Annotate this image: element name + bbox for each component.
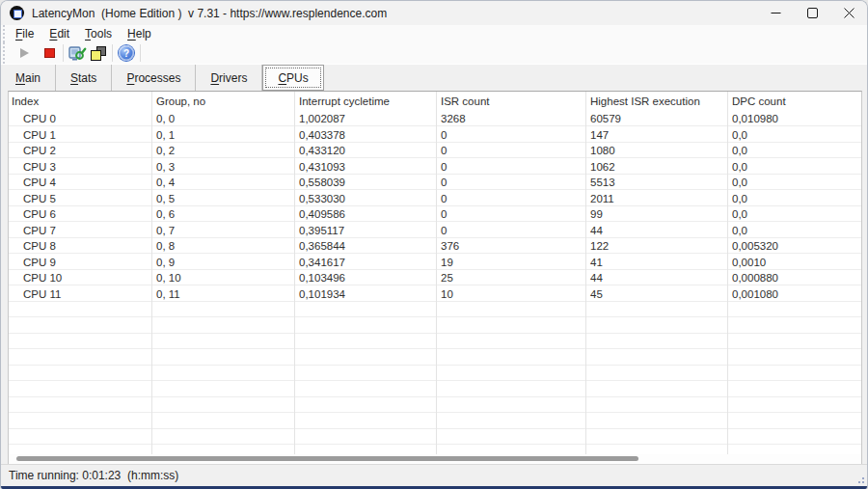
toolbar-separator: [63, 44, 64, 62]
table-cell: 0,409586: [294, 206, 436, 223]
table-cell: 0, 9: [151, 255, 294, 271]
table-row[interactable]: CPU 00, 01,0020873268605790,010980: [9, 111, 861, 127]
table-cell: 0,431093: [294, 159, 436, 176]
toolbar-separator: [112, 44, 113, 62]
table-cell: 0: [436, 223, 585, 239]
table-cell: 0,365844: [294, 238, 436, 255]
table-cell: 0,001080: [727, 286, 863, 303]
table-cell: 0,395117: [294, 223, 436, 239]
table-cell: 0,103496: [294, 270, 436, 286]
table-cell: 1,002087: [294, 111, 436, 127]
close-button[interactable]: [830, 1, 867, 25]
table-cell: CPU 5: [9, 191, 151, 207]
table-row[interactable]: CPU 60, 60,4095860990,0: [9, 206, 861, 223]
table-cell: 0,101934: [294, 286, 436, 303]
tab-drivers[interactable]: Drivers: [196, 65, 262, 91]
table-cell: CPU 1: [9, 127, 151, 144]
column-header[interactable]: DPC count: [727, 92, 863, 111]
menu-items: FileEditToolsHelp: [8, 25, 159, 42]
cpu-table: IndexGroup, noInterrupt cycletimeISR cou…: [8, 91, 862, 465]
column-header[interactable]: Group, no: [151, 92, 294, 111]
table-cell: 0,558039: [294, 175, 436, 191]
start-monitor-button[interactable]: [14, 43, 35, 64]
tab-stats[interactable]: Stats: [56, 65, 112, 91]
column-header[interactable]: Highest ISR execution: [585, 92, 727, 111]
table-row[interactable]: CPU 100, 100,10349625440,000880: [9, 270, 861, 286]
table-body: CPU 00, 01,0020873268605790,010980CPU 10…: [9, 111, 861, 302]
table-cell: 1080: [585, 143, 727, 159]
table-row[interactable]: CPU 20, 20,433120010800,0: [9, 143, 861, 159]
table-row[interactable]: CPU 10, 10,40337801470,0: [9, 127, 861, 144]
table-cell: 19: [436, 255, 585, 271]
table-header: IndexGroup, noInterrupt cycletimeISR cou…: [9, 92, 861, 111]
help-button[interactable]: ?: [116, 43, 137, 64]
toolbar-gripper[interactable]: [3, 42, 8, 64]
scrollbar-thumb[interactable]: [16, 456, 638, 461]
table-cell: CPU 0: [9, 111, 151, 127]
table-cell: 0,0: [727, 191, 863, 207]
table-cell: 0, 4: [151, 175, 294, 191]
table-row[interactable]: CPU 80, 80,3658443761220,005320: [9, 238, 861, 255]
table-cell: 0,0: [727, 127, 863, 144]
table-cell: 147: [585, 127, 727, 144]
table-cell: 0,010980: [727, 111, 863, 127]
table-cell: CPU 6: [9, 206, 151, 223]
stacked-pages-icon: [91, 46, 106, 61]
table-cell: CPU 10: [9, 270, 151, 286]
table-cell: 60579: [585, 111, 727, 127]
menu-item-edit[interactable]: Edit: [41, 25, 77, 42]
table-cell: 0,433120: [294, 143, 436, 159]
maximize-button[interactable]: [794, 1, 830, 25]
resize-grip-icon[interactable]: [855, 475, 865, 484]
table-cell: 0, 6: [151, 206, 294, 223]
tab-main[interactable]: Main: [1, 65, 56, 91]
table-row[interactable]: CPU 40, 40,558039055130,0: [9, 175, 861, 191]
column-header[interactable]: Interrupt cycletime: [294, 92, 436, 111]
table-cell: 99: [585, 206, 727, 223]
status-bar: Time running: 0:01:23 (h:mm:ss): [1, 464, 867, 486]
table-cell: 0: [436, 191, 585, 207]
table-row[interactable]: CPU 90, 90,34161719410,0010: [9, 255, 861, 271]
table-cell: 0,341617: [294, 255, 436, 271]
horizontal-scrollbar[interactable]: [9, 454, 861, 464]
table-cell: 0,533030: [294, 191, 436, 207]
table-cell: 0,0: [727, 206, 863, 223]
table-cell: 10: [436, 286, 585, 303]
tab-cpus[interactable]: CPUs: [262, 65, 323, 91]
table-row[interactable]: CPU 50, 50,533030020110,0: [9, 191, 861, 207]
menu-item-help[interactable]: Help: [120, 25, 159, 42]
table-cell: 0, 2: [151, 143, 294, 159]
table-cell: 0, 7: [151, 223, 294, 239]
latencymon-window: LatencyMon (Home Edition ) v 7.31 - http…: [0, 0, 868, 489]
table-cell: CPU 3: [9, 159, 151, 176]
menu-item-file[interactable]: File: [8, 25, 41, 42]
table-cell: CPU 8: [9, 238, 151, 255]
menu-item-tools[interactable]: Tools: [77, 25, 120, 42]
table-cell: 0,403378: [294, 127, 436, 144]
stop-monitor-button[interactable]: [39, 43, 60, 64]
column-header[interactable]: Index: [9, 92, 151, 111]
table-cell: 0: [436, 127, 585, 144]
table-row[interactable]: CPU 70, 70,3951170440,0: [9, 223, 861, 239]
column-header[interactable]: ISR count: [436, 92, 585, 111]
minimize-button[interactable]: [757, 1, 794, 25]
app-icon: [10, 6, 24, 20]
status-text: Time running: 0:01:23 (h:mm:ss): [9, 469, 178, 482]
table-row[interactable]: CPU 30, 30,431093010620,0: [9, 159, 861, 176]
table-cell: 2011: [585, 191, 727, 207]
analyze-button[interactable]: [67, 43, 88, 64]
table-row[interactable]: CPU 110, 110,10193410450,001080: [9, 286, 861, 303]
table-cell: 0,0: [727, 223, 863, 239]
table-cell: 0: [436, 143, 585, 159]
table-cell: 41: [585, 255, 727, 271]
table-cell: 0, 11: [151, 286, 294, 303]
title-bar: LatencyMon (Home Edition ) v 7.31 - http…: [1, 1, 867, 25]
stop-icon: [44, 48, 55, 58]
tab-processes[interactable]: Processes: [112, 65, 196, 91]
copy-report-button[interactable]: [88, 43, 109, 64]
table-cell: 45: [585, 286, 727, 303]
table-cell: 0,0: [727, 175, 863, 191]
device-magnifier-icon: [68, 44, 87, 63]
table-cell: 0, 3: [151, 159, 294, 176]
question-mark-icon: ?: [119, 45, 134, 61]
